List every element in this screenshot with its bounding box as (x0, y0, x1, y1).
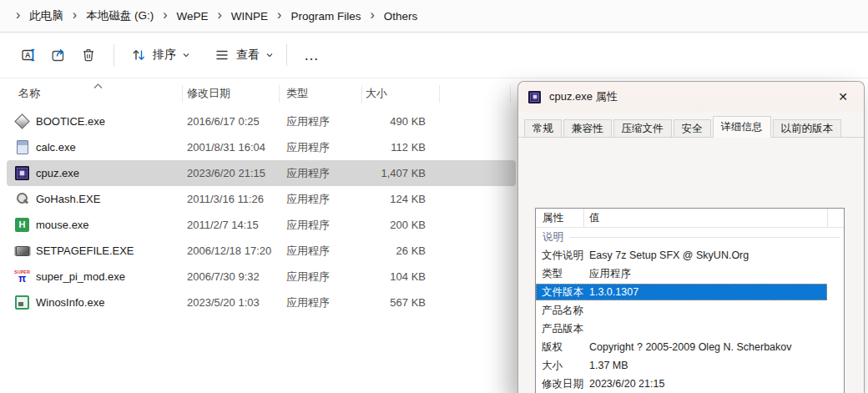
dialog-titlebar[interactable]: cpuz.exe 属性 ✕ (518, 82, 864, 112)
file-name: WinosInfo.exe (36, 296, 104, 309)
column-divider[interactable] (510, 85, 511, 103)
property-label: 版权 (542, 340, 589, 355)
file-name: GoHash.EXE (36, 193, 100, 205)
dialog-title: cpuz.exe 属性 (549, 89, 618, 104)
property-label: 文件说明 (542, 249, 589, 263)
property-label: 文件版本 (542, 285, 589, 300)
file-name-cell: cpuz.exe (7, 166, 182, 180)
column-divider[interactable] (279, 85, 280, 103)
details-row[interactable]: 文件说明Easy 7z Setup SFX @ SkyUN.Org (536, 246, 844, 265)
table-row[interactable]: GoHash.EXE2011/3/16 11:26应用程序124 KB (7, 186, 516, 212)
view-label: 查看 (236, 48, 260, 63)
file-size: 1,407 KB (361, 167, 439, 179)
property-label: 产品名称 (542, 304, 589, 318)
header-value: 值 (584, 211, 844, 225)
table-row[interactable]: SUPERπsuper_pi_mod.exe2006/7/30 9:32应用程序… (7, 264, 516, 290)
details-row[interactable]: 产品名称 (536, 301, 844, 320)
share-button[interactable] (43, 40, 73, 70)
tab-index-1[interactable]: 兼容性 (563, 119, 612, 137)
file-name-cell: SETPAGEFILE.EXE (7, 244, 182, 258)
table-row[interactable]: SETPAGEFILE.EXE2006/12/18 17:20应用程序26 KB (7, 238, 516, 264)
winos-file-icon (15, 295, 29, 310)
file-date: 2011/2/7 14:15 (182, 219, 279, 231)
file-name: BOOTICE.exe (36, 115, 105, 128)
file-name: mouse.exe (36, 219, 89, 231)
details-row[interactable]: 文件版本1.3.0.1307 (536, 284, 827, 300)
view-button[interactable]: 查看 (208, 40, 280, 70)
details-row[interactable]: 版权Copyright ? 2005-2009 Oleg N. Scherbak… (536, 338, 844, 356)
file-date: 2023/6/20 21:15 (182, 167, 279, 179)
tab-index-3[interactable]: 安全 (674, 119, 711, 137)
sort-icon (130, 47, 147, 63)
header-property: 属性 (536, 211, 583, 225)
group-rule (570, 237, 840, 238)
tab-details[interactable]: 详细信息 (713, 116, 771, 138)
column-header-date[interactable]: 修改日期 (182, 86, 279, 101)
column-header-name[interactable]: 名称 (0, 86, 182, 101)
details-row[interactable]: 类型应用程序 (536, 265, 844, 283)
breadcrumb-item[interactable]: Others (382, 8, 420, 24)
property-value: Easy 7z Setup SFX @ SkyUN.Org (589, 249, 844, 261)
file-type: 应用程序 (279, 192, 361, 207)
cpuz-app-icon (528, 91, 541, 103)
property-label: 大小 (542, 359, 589, 373)
table-row[interactable]: calc.exe2001/8/31 16:04应用程序112 KB (7, 134, 516, 160)
breadcrumb-chevron-icon: › (73, 8, 77, 22)
table-row[interactable]: BOOTICE.exe2016/6/17 0:25应用程序490 KB (7, 108, 516, 134)
details-table-header: 属性 值 (536, 209, 844, 228)
chevron-down-icon (265, 51, 274, 59)
rename-button[interactable]: A (13, 40, 43, 70)
details-row[interactable]: 产品版本 (536, 320, 844, 338)
file-size: 567 KB (361, 296, 439, 309)
toolbar-divider (286, 44, 287, 66)
column-divider[interactable] (439, 85, 440, 103)
file-date: 2001/8/31 16:04 (182, 141, 279, 154)
property-value: 1.3.0.1307 (589, 286, 826, 298)
column-divider[interactable] (182, 85, 183, 103)
file-type: 应用程序 (279, 140, 361, 155)
table-row[interactable]: WinosInfo.exe2023/5/20 1:03应用程序567 KB (7, 290, 516, 315)
file-type: 应用程序 (279, 244, 361, 259)
file-date: 2016/6/17 0:25 (182, 115, 279, 128)
explorer-window: ›此电脑›本地磁盘 (G:)›WePE›WINPE›Program Files›… (0, 0, 868, 393)
calc-file-icon (15, 140, 29, 154)
breadcrumb-item[interactable]: 本地磁盘 (G:) (84, 7, 155, 25)
table-row[interactable]: Hmouse.exe2011/2/7 14:15应用程序200 KB (7, 212, 516, 238)
file-type: 应用程序 (279, 218, 361, 233)
property-value: Copyright ? 2005-2009 Oleg N. Scherbakov (589, 341, 844, 353)
breadcrumb-item[interactable]: Program Files (289, 8, 362, 24)
column-divider[interactable] (361, 85, 362, 103)
file-size: 112 KB (361, 141, 439, 154)
tab-index-5[interactable]: 以前的版本 (773, 119, 842, 137)
header-divider (827, 209, 828, 227)
file-type: 应用程序 (279, 295, 361, 310)
details-group-row: 说明 (536, 228, 844, 246)
table-row[interactable]: cpuz.exe2023/6/20 21:15应用程序1,407 KB (7, 160, 516, 186)
toolbar-divider (114, 44, 114, 66)
file-name-cell: BOOTICE.exe (7, 114, 182, 128)
file-size: 26 KB (361, 244, 439, 257)
share-icon (50, 47, 67, 63)
column-header-type[interactable]: 类型 (279, 86, 361, 101)
breadcrumb: ›此电脑›本地磁盘 (G:)›WePE›WINPE›Program Files›… (0, 0, 868, 33)
sort-button[interactable]: 排序 (124, 40, 196, 70)
details-row[interactable]: 大小1.37 MB (536, 356, 844, 375)
chevron-down-icon (182, 51, 190, 59)
details-row[interactable]: 修改日期2023/6/20 21:15 (536, 375, 844, 393)
svg-text:A: A (25, 51, 31, 59)
more-options-button[interactable]: … (294, 40, 330, 70)
delete-button[interactable] (73, 40, 103, 70)
breadcrumb-item[interactable]: WePE (174, 8, 209, 24)
file-type: 应用程序 (279, 114, 361, 129)
breadcrumb-item[interactable]: 此电脑 (28, 7, 65, 25)
column-header-size[interactable]: 大小 (361, 86, 439, 101)
breadcrumb-chevron-icon: › (218, 8, 222, 22)
file-name-cell: SUPERπsuper_pi_mod.exe (7, 270, 182, 284)
tab-index-2[interactable]: 压缩文件 (613, 119, 672, 137)
close-button[interactable]: ✕ (830, 84, 855, 109)
breadcrumb-item[interactable]: WINPE (230, 8, 270, 24)
file-name-cell: WinosInfo.exe (7, 295, 182, 310)
property-value: 应用程序 (589, 267, 844, 281)
file-date: 2011/3/16 11:26 (182, 193, 279, 205)
tab-index-0[interactable]: 常规 (524, 119, 562, 137)
